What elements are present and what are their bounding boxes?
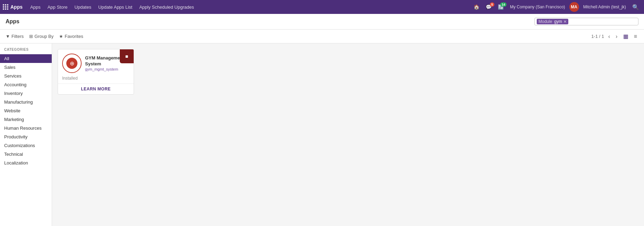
page-title: Apps [6, 18, 19, 25]
sidebar-item-all[interactable]: All [0, 54, 52, 63]
nav-apps[interactable]: Apps [27, 0, 44, 14]
filter-icon: ▼ [6, 34, 10, 39]
tag-close-icon[interactable]: ✕ [563, 19, 567, 24]
company-info: My Company (San Francisco) [508, 5, 567, 9]
toolbar-right: 1-1 / 1 ‹ › ▦ ≡ [591, 32, 638, 40]
app-icon-circle: ⊕ [62, 54, 82, 73]
star-icon: ★ [59, 34, 63, 39]
app-status: Installed [58, 76, 134, 83]
favorites-btn[interactable]: ★ Favorites [59, 32, 83, 40]
app-tech-name: gym_mgmt_system [85, 67, 129, 71]
app-card-corner: ■ [120, 49, 134, 63]
prev-page-btn[interactable]: ‹ [607, 33, 611, 40]
sidebar-item-services[interactable]: Services [0, 72, 52, 80]
sidebar-item-sales[interactable]: Sales [0, 63, 52, 72]
learn-more-btn[interactable]: LEARN MORE [81, 87, 111, 91]
tag-label: Module [538, 19, 552, 24]
filters-btn[interactable]: ▼ Filters [6, 32, 24, 40]
nav-updates[interactable]: Updates [71, 0, 94, 14]
sidebar-item-marketing[interactable]: Marketing [0, 115, 52, 124]
sidebar-item-technical[interactable]: Technical [0, 150, 52, 159]
user-avatar: MA [569, 2, 579, 12]
navbar: Apps Apps App Store Updates Update Apps … [0, 0, 644, 14]
chat-badge: 5 [490, 2, 494, 7]
app-grid: ■ ⊕ GYM Management System gym_mgmt_syste… [52, 43, 644, 226]
filters-label: Filters [11, 34, 24, 39]
navbar-right: 🏠 💬 5 🔄 14 My Company (San Francisco) MA… [471, 2, 641, 12]
sidebar-item-localization[interactable]: Localization [0, 159, 52, 167]
sidebar-item-inventory[interactable]: Inventory [0, 89, 52, 98]
app-icon-symbol: ⊕ [70, 60, 74, 67]
update-icon-btn[interactable]: 🔄 14 [496, 3, 506, 11]
home-icon-btn[interactable]: 🏠 [471, 3, 482, 11]
sidebar-section-title: CATEGORIES [0, 48, 52, 54]
sidebar-item-website[interactable]: Website [0, 106, 52, 115]
group-by-icon: ⊞ [29, 34, 33, 39]
search-input[interactable] [570, 19, 591, 24]
sidebar-item-accounting[interactable]: Accounting [0, 80, 52, 89]
favorites-label: Favorites [65, 34, 83, 39]
next-page-btn[interactable]: › [614, 33, 619, 40]
nav-app-store[interactable]: App Store [44, 0, 71, 14]
user-initials: MA [571, 5, 577, 9]
navbar-menu: Apps App Store Updates Update Apps List … [27, 0, 471, 14]
list-view-btn[interactable]: ≡ [633, 33, 638, 40]
sidebar-item-customizations[interactable]: Customizations [0, 141, 52, 150]
toolbar: ▼ Filters ⊞ Group By ★ Favorites 1-1 / 1… [0, 30, 644, 43]
group-by-btn[interactable]: ⊞ Group By [29, 32, 53, 40]
app-card-bottom: LEARN MORE [58, 83, 134, 94]
search-icon[interactable]: 🔍 [630, 2, 641, 12]
app-card: ■ ⊕ GYM Management System gym_mgmt_syste… [58, 49, 134, 95]
navbar-brand[interactable]: Apps [3, 4, 23, 10]
update-badge: 14 [500, 2, 507, 7]
nav-apply-scheduled-upgrades[interactable]: Apply Scheduled Upgrades [136, 0, 198, 14]
sidebar-item-productivity[interactable]: Productivity [0, 132, 52, 141]
sidebar-item-human-resources[interactable]: Human Resources [0, 124, 52, 132]
corner-icon: ■ [125, 54, 128, 59]
grid-icon [3, 4, 8, 10]
app-icon-inner: ⊕ [66, 58, 77, 69]
tag-value: gym [554, 19, 562, 24]
page-header: Apps Module gym ✕ [0, 14, 644, 30]
sidebar-item-manufacturing[interactable]: Manufacturing [0, 98, 52, 106]
nav-update-apps-list[interactable]: Update Apps List [95, 0, 136, 14]
pagination: 1-1 / 1 [591, 34, 604, 39]
group-by-label: Group By [34, 34, 53, 39]
search-bar: Module gym ✕ [534, 18, 638, 25]
search-tag: Module gym ✕ [537, 19, 568, 24]
main-container: CATEGORIES All Sales Services Accounting… [0, 43, 644, 226]
chat-icon-btn[interactable]: 💬 5 [484, 3, 494, 11]
user-info: Mitchell Admin (test_jk) [581, 5, 628, 9]
navbar-brand-label: Apps [10, 4, 23, 10]
kanban-view-btn[interactable]: ▦ [622, 32, 630, 40]
sidebar: CATEGORIES All Sales Services Accounting… [0, 43, 52, 226]
toolbar-left: ▼ Filters ⊞ Group By ★ Favorites [6, 32, 83, 40]
